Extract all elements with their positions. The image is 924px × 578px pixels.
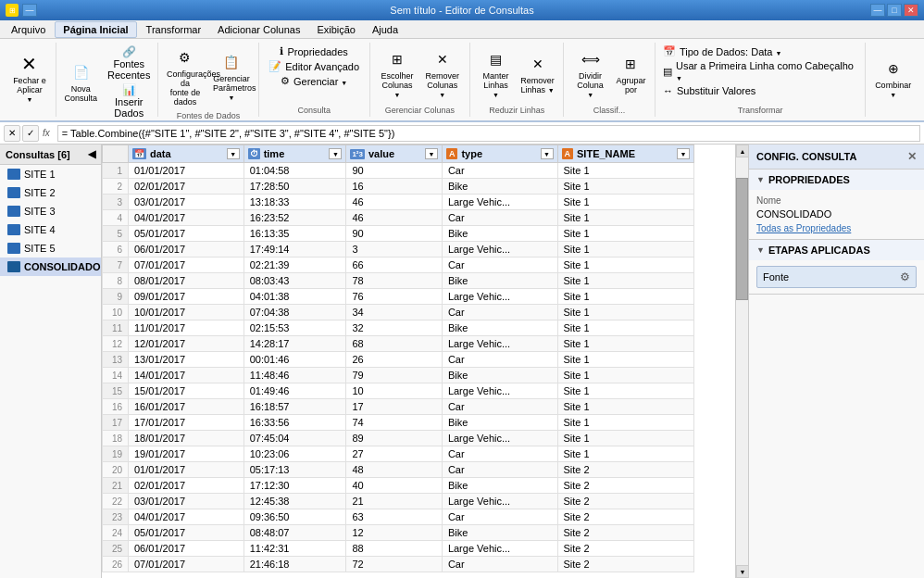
gerenciar-consulta-button[interactable]: ⚙ Gerenciar ▼ xyxy=(279,74,349,88)
escolher-colunas-button[interactable]: ⊞ EscolherColunas ▼ xyxy=(376,46,419,102)
remover-linhas-button[interactable]: ✕ RemoverLinhas ▼ xyxy=(518,51,557,97)
row-number: 24 xyxy=(103,525,129,541)
editor-icon: 📝 xyxy=(268,60,281,72)
query-icon-consolidado xyxy=(7,261,20,272)
col-filter-value[interactable]: ▼ xyxy=(425,148,438,159)
config-properties-header[interactable]: ▼ PROPRIEDADES xyxy=(749,170,924,190)
combinar-button[interactable]: ⊕ Combinar ▼ xyxy=(871,56,915,102)
propriedades-button[interactable]: ℹ Propriedades xyxy=(278,44,349,58)
table-cell: 07:45:04 xyxy=(243,431,346,446)
row-number: 11 xyxy=(103,320,129,336)
table-cell: Bike xyxy=(442,320,557,336)
menu-arquivo[interactable]: Arquivo xyxy=(4,22,53,37)
dividir-button[interactable]: ⟺ DividirColuna ▼ xyxy=(569,46,611,102)
queries-list: SITE 1 SITE 2 SITE 3 SITE 4 SITE 5 CONSO… xyxy=(0,165,101,578)
query-item-site3[interactable]: SITE 3 xyxy=(0,202,101,220)
step-gear-btn[interactable]: ⚙ xyxy=(900,270,910,283)
config-steps-header[interactable]: ▼ ETAPAS APLICADAS xyxy=(749,240,924,260)
formula-input[interactable] xyxy=(57,125,920,142)
menu-adicionar-colunas[interactable]: Adicionar Colunas xyxy=(210,22,307,37)
table-cell: 34 xyxy=(346,305,442,320)
col-header-value[interactable]: 1²3 value ▼ xyxy=(346,145,442,163)
col-header-type[interactable]: A type ▼ xyxy=(442,145,557,163)
table-cell: 17:12:30 xyxy=(243,478,346,494)
formula-cancel-btn[interactable]: ✕ xyxy=(4,125,20,142)
row-num-header xyxy=(103,145,129,163)
substituir-button[interactable]: ↔ Substituir Valores xyxy=(661,84,757,97)
col-filter-site[interactable]: ▼ xyxy=(677,148,690,159)
gerenciar-colunas-label: Gerenciar Colunas xyxy=(385,106,455,115)
table-row: 1616/01/201716:18:5717CarSite 1 xyxy=(103,399,694,415)
ribbon-group-classif: ⟺ DividirColuna ▼ ⊞ Agruparpor Classif..… xyxy=(564,43,656,117)
name-value: CONSOLIDADO xyxy=(756,208,917,220)
col-header-site[interactable]: A SITE_NAME ▼ xyxy=(557,145,693,163)
col-filter-time[interactable]: ▼ xyxy=(329,148,342,159)
propriedades-label: Propriedades xyxy=(287,46,347,57)
step-item-fonte[interactable]: Fonte ⚙ xyxy=(756,266,917,288)
fontes-button[interactable]: 🔗 FontesRecentes xyxy=(105,44,153,82)
agrupar-label: Agruparpor xyxy=(616,77,645,95)
nova-button[interactable]: 📄 NovaConsulta xyxy=(60,59,101,106)
transformar-group-label: Transformar xyxy=(738,106,783,115)
table-cell: Car xyxy=(442,352,557,368)
query-item-site1[interactable]: SITE 1 xyxy=(0,165,101,183)
grid-container[interactable]: 📅 data ▼ ⏱ time ▼ xyxy=(102,144,735,578)
data-area: 📅 data ▼ ⏱ time ▼ xyxy=(102,144,748,578)
inserir-button[interactable]: 📊 InserirDados xyxy=(105,82,153,119)
col-header-time[interactable]: ⏱ time ▼ xyxy=(243,145,346,163)
manter-linhas-button[interactable]: ▤ ManterLinhas ▼ xyxy=(476,46,516,102)
editor-avancado-button[interactable]: 📝 Editor Avançado xyxy=(267,59,361,73)
menu-ajuda[interactable]: Ajuda xyxy=(365,22,406,37)
col-filter-data[interactable]: ▼ xyxy=(227,148,240,159)
tipo-dados-button[interactable]: 📅 Tipo de Dados: Data ▼ xyxy=(661,44,783,58)
query-item-site2[interactable]: SITE 2 xyxy=(0,183,101,202)
close-btn[interactable]: ✕ xyxy=(904,4,918,17)
query-item-consolidado[interactable]: CONSOLIDADO xyxy=(0,258,101,276)
usar-primeira-button[interactable]: ▤ Usar a Primeira Linha como Cabeçalho ▼ xyxy=(661,59,859,83)
table-cell: Large Vehic... xyxy=(442,541,557,557)
maximize-btn[interactable]: □ xyxy=(887,4,902,17)
minimize-button[interactable]: — xyxy=(22,4,37,17)
todas-propriedades-link[interactable]: Todas as Propriedades xyxy=(756,223,917,233)
col-header-data[interactable]: 📅 data ▼ xyxy=(129,145,244,163)
dividir-icon: ⟺ xyxy=(580,48,602,70)
scroll-down-btn[interactable]: ▼ xyxy=(736,565,748,578)
table-cell: 89 xyxy=(346,431,442,446)
table-cell: 05:17:13 xyxy=(243,462,346,478)
scrollbar-thumb[interactable] xyxy=(736,178,748,300)
menu-pagina-inicial[interactable]: Página Inicial xyxy=(55,21,136,38)
remover-lin-icon: ✕ xyxy=(527,53,549,75)
table-cell: Site 2 xyxy=(557,557,693,572)
menu-exibicao[interactable]: Exibição xyxy=(309,22,363,37)
formula-confirm-btn[interactable]: ✓ xyxy=(22,125,39,142)
config-fonte-button[interactable]: ⚙ Configurações dafonte de dados xyxy=(163,44,207,109)
minimize-btn[interactable]: — xyxy=(870,4,885,17)
col-type-time: ⏱ xyxy=(248,148,260,159)
properties-content: Nome CONSOLIDADO Todas as Propriedades xyxy=(749,190,924,239)
vertical-scrollbar[interactable]: ▲ ▼ xyxy=(735,144,748,578)
agrupar-button[interactable]: ⊞ Agruparpor xyxy=(613,51,649,97)
table-cell: Site 2 xyxy=(557,462,693,478)
queries-collapse-btn[interactable]: ◀ xyxy=(88,148,95,160)
table-cell: 02/01/2017 xyxy=(129,478,244,494)
table-cell: Site 2 xyxy=(557,509,693,525)
row-number: 13 xyxy=(103,352,129,368)
config-close-btn[interactable]: ✕ xyxy=(907,150,917,163)
table-cell: Site 1 xyxy=(557,305,693,320)
table-cell: Site 1 xyxy=(557,415,693,431)
query-icon-site2 xyxy=(7,187,20,198)
ribbon-group-colunas: ⊞ EscolherColunas ▼ ✕ RemoverColunas ▼ G… xyxy=(370,43,470,117)
table-row: 1212/01/201714:28:1768Large Vehic...Site… xyxy=(103,336,694,352)
fechar-aplicar-button[interactable]: ✕ Fechar eAplicar ▼ xyxy=(9,51,50,107)
query-item-site4[interactable]: SITE 4 xyxy=(0,220,101,239)
menu-transformar[interactable]: Transformar xyxy=(139,22,209,37)
remover-colunas-button[interactable]: ✕ RemoverColunas ▼ xyxy=(420,46,464,102)
row-number: 12 xyxy=(103,336,129,352)
col-filter-type[interactable]: ▼ xyxy=(541,148,554,159)
gerenciar-button[interactable]: 📋 GerenciarParâmetros ▼ xyxy=(209,49,254,105)
scroll-up-btn[interactable]: ▲ xyxy=(736,144,748,157)
table-cell: 46 xyxy=(346,195,442,210)
query-item-site5[interactable]: SITE 5 xyxy=(0,239,101,258)
query-icon-site5 xyxy=(7,243,20,254)
table-cell: Large Vehic... xyxy=(442,383,557,399)
